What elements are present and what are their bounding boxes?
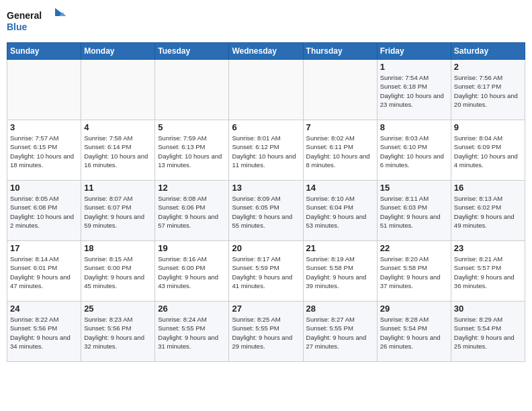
calendar-day-cell [81, 60, 155, 120]
calendar-week-row: 24Sunrise: 8:22 AM Sunset: 5:56 PM Dayli… [7, 302, 525, 362]
day-info: Sunrise: 7:54 AM Sunset: 6:18 PM Dayligh… [380, 73, 448, 109]
day-number: 19 [158, 243, 226, 253]
day-number: 6 [232, 122, 300, 132]
svg-text:Blue: Blue [7, 21, 28, 32]
day-info: Sunrise: 8:20 AM Sunset: 5:58 PM Dayligh… [380, 255, 448, 290]
day-info: Sunrise: 8:28 AM Sunset: 5:54 PM Dayligh… [380, 315, 448, 351]
calendar-day-cell: 26Sunrise: 8:24 AM Sunset: 5:55 PM Dayli… [155, 302, 229, 362]
day-info: Sunrise: 8:24 AM Sunset: 5:55 PM Dayligh… [158, 315, 226, 351]
weekday-header: Monday [81, 43, 155, 60]
day-number: 9 [454, 122, 522, 132]
day-number: 5 [158, 122, 226, 132]
day-info: Sunrise: 8:11 AM Sunset: 6:03 PM Dayligh… [380, 194, 448, 230]
calendar-day-cell: 4Sunrise: 7:58 AM Sunset: 6:14 PM Daylig… [81, 120, 155, 181]
calendar-table: SundayMondayTuesdayWednesdayThursdayFrid… [7, 42, 525, 362]
calendar-day-cell [7, 60, 81, 120]
day-info: Sunrise: 7:57 AM Sunset: 6:15 PM Dayligh… [10, 134, 78, 169]
day-number: 27 [232, 304, 300, 314]
day-info: Sunrise: 8:02 AM Sunset: 6:11 PM Dayligh… [306, 134, 374, 169]
day-info: Sunrise: 8:07 AM Sunset: 6:07 PM Dayligh… [84, 194, 152, 230]
day-info: Sunrise: 8:29 AM Sunset: 5:54 PM Dayligh… [454, 315, 522, 351]
calendar-day-cell: 18Sunrise: 8:15 AM Sunset: 6:00 PM Dayli… [81, 241, 155, 302]
weekday-header: Thursday [303, 43, 377, 60]
day-number: 16 [454, 183, 522, 193]
day-info: Sunrise: 7:56 AM Sunset: 6:17 PM Dayligh… [454, 73, 522, 109]
calendar-day-cell: 21Sunrise: 8:19 AM Sunset: 5:58 PM Dayli… [303, 241, 377, 302]
day-number: 17 [10, 243, 78, 253]
day-info: Sunrise: 8:09 AM Sunset: 6:05 PM Dayligh… [232, 194, 300, 230]
day-number: 26 [158, 304, 226, 314]
day-info: Sunrise: 8:14 AM Sunset: 6:01 PM Dayligh… [10, 255, 78, 290]
logo: General Blue [7, 7, 67, 37]
calendar-day-cell [155, 60, 229, 120]
calendar-day-cell: 6Sunrise: 8:01 AM Sunset: 6:12 PM Daylig… [229, 120, 303, 181]
day-number: 13 [232, 183, 300, 193]
calendar-day-cell: 23Sunrise: 8:21 AM Sunset: 5:57 PM Dayli… [451, 241, 525, 302]
day-number: 8 [380, 122, 448, 132]
calendar-day-cell: 19Sunrise: 8:16 AM Sunset: 6:00 PM Dayli… [155, 241, 229, 302]
weekday-header: Friday [377, 43, 451, 60]
calendar-day-cell: 13Sunrise: 8:09 AM Sunset: 6:05 PM Dayli… [229, 181, 303, 241]
day-info: Sunrise: 8:15 AM Sunset: 6:00 PM Dayligh… [84, 255, 152, 290]
day-info: Sunrise: 8:25 AM Sunset: 5:55 PM Dayligh… [232, 315, 300, 351]
day-info: Sunrise: 7:58 AM Sunset: 6:14 PM Dayligh… [84, 134, 152, 169]
calendar-day-cell: 22Sunrise: 8:20 AM Sunset: 5:58 PM Dayli… [377, 241, 451, 302]
calendar-week-row: 10Sunrise: 8:05 AM Sunset: 6:08 PM Dayli… [7, 181, 525, 241]
calendar-day-cell: 7Sunrise: 8:02 AM Sunset: 6:11 PM Daylig… [303, 120, 377, 181]
day-info: Sunrise: 8:03 AM Sunset: 6:10 PM Dayligh… [380, 134, 448, 169]
calendar-day-cell: 9Sunrise: 8:04 AM Sunset: 6:09 PM Daylig… [451, 120, 525, 181]
calendar-day-cell: 12Sunrise: 8:08 AM Sunset: 6:06 PM Dayli… [155, 181, 229, 241]
weekday-header-row: SundayMondayTuesdayWednesdayThursdayFrid… [7, 43, 525, 60]
day-number: 12 [158, 183, 226, 193]
calendar-day-cell: 17Sunrise: 8:14 AM Sunset: 6:01 PM Dayli… [7, 241, 81, 302]
day-info: Sunrise: 8:10 AM Sunset: 6:04 PM Dayligh… [306, 194, 374, 230]
day-info: Sunrise: 8:19 AM Sunset: 5:58 PM Dayligh… [306, 255, 374, 290]
calendar-day-cell: 16Sunrise: 8:13 AM Sunset: 6:02 PM Dayli… [451, 181, 525, 241]
day-info: Sunrise: 8:13 AM Sunset: 6:02 PM Dayligh… [454, 194, 522, 230]
day-number: 24 [10, 304, 78, 314]
calendar-week-row: 3Sunrise: 7:57 AM Sunset: 6:15 PM Daylig… [7, 120, 525, 181]
calendar-week-row: 1Sunrise: 7:54 AM Sunset: 6:18 PM Daylig… [7, 60, 525, 120]
calendar-day-cell [229, 60, 303, 120]
weekday-header: Tuesday [155, 43, 229, 60]
day-number: 25 [84, 304, 152, 314]
day-info: Sunrise: 8:01 AM Sunset: 6:12 PM Dayligh… [232, 134, 300, 169]
weekday-header: Sunday [7, 43, 81, 60]
day-number: 28 [306, 304, 374, 314]
calendar-day-cell: 10Sunrise: 8:05 AM Sunset: 6:08 PM Dayli… [7, 181, 81, 241]
calendar-day-cell: 29Sunrise: 8:28 AM Sunset: 5:54 PM Dayli… [377, 302, 451, 362]
day-number: 2 [454, 62, 522, 72]
day-info: Sunrise: 8:17 AM Sunset: 5:59 PM Dayligh… [232, 255, 300, 290]
calendar-day-cell: 14Sunrise: 8:10 AM Sunset: 6:04 PM Dayli… [303, 181, 377, 241]
calendar-day-cell: 11Sunrise: 8:07 AM Sunset: 6:07 PM Dayli… [81, 181, 155, 241]
day-number: 22 [380, 243, 448, 253]
day-number: 4 [84, 122, 152, 132]
day-number: 14 [306, 183, 374, 193]
calendar-day-cell: 1Sunrise: 7:54 AM Sunset: 6:18 PM Daylig… [377, 60, 451, 120]
day-number: 10 [10, 183, 78, 193]
day-info: Sunrise: 7:59 AM Sunset: 6:13 PM Dayligh… [158, 134, 226, 169]
calendar-day-cell: 20Sunrise: 8:17 AM Sunset: 5:59 PM Dayli… [229, 241, 303, 302]
day-info: Sunrise: 8:05 AM Sunset: 6:08 PM Dayligh… [10, 194, 78, 230]
day-info: Sunrise: 8:23 AM Sunset: 5:56 PM Dayligh… [84, 315, 152, 351]
calendar-day-cell: 3Sunrise: 7:57 AM Sunset: 6:15 PM Daylig… [7, 120, 81, 181]
day-info: Sunrise: 8:27 AM Sunset: 5:55 PM Dayligh… [306, 315, 374, 351]
calendar-day-cell: 28Sunrise: 8:27 AM Sunset: 5:55 PM Dayli… [303, 302, 377, 362]
weekday-header: Wednesday [229, 43, 303, 60]
day-number: 23 [454, 243, 522, 253]
calendar-day-cell: 30Sunrise: 8:29 AM Sunset: 5:54 PM Dayli… [451, 302, 525, 362]
day-number: 18 [84, 243, 152, 253]
day-number: 21 [306, 243, 374, 253]
calendar-day-cell: 2Sunrise: 7:56 AM Sunset: 6:17 PM Daylig… [451, 60, 525, 120]
day-number: 29 [380, 304, 448, 314]
day-number: 7 [306, 122, 374, 132]
calendar-day-cell: 25Sunrise: 8:23 AM Sunset: 5:56 PM Dayli… [81, 302, 155, 362]
day-info: Sunrise: 8:22 AM Sunset: 5:56 PM Dayligh… [10, 315, 78, 351]
calendar-week-row: 17Sunrise: 8:14 AM Sunset: 6:01 PM Dayli… [7, 241, 525, 302]
day-number: 30 [454, 304, 522, 314]
day-number: 11 [84, 183, 152, 193]
day-info: Sunrise: 8:21 AM Sunset: 5:57 PM Dayligh… [454, 255, 522, 290]
day-info: Sunrise: 8:08 AM Sunset: 6:06 PM Dayligh… [158, 194, 226, 230]
day-number: 3 [10, 122, 78, 132]
day-number: 20 [232, 243, 300, 253]
